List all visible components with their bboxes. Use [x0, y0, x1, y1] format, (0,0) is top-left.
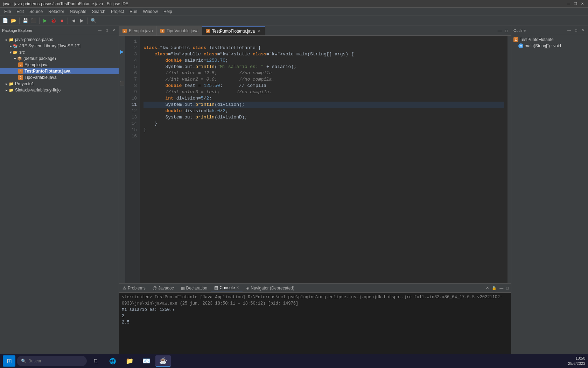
outline-item[interactable]: mmain(String[]) : void: [511, 43, 588, 49]
toolbar-new-button[interactable]: 📄: [1, 17, 9, 25]
tree-item[interactable]: ▾ 📦(default package): [0, 55, 119, 62]
tree-item-label: Sintaxis-variables-y-flujo: [15, 88, 61, 93]
editor-scrollbar[interactable]: [507, 36, 511, 283]
bottom-panel: ⚠Problems@Javadoc▦Declaration▤Console✕◈N…: [119, 283, 511, 360]
bottom-tab-declaration[interactable]: ▦Declaration: [177, 284, 211, 292]
margin-indicator: [119, 118, 125, 124]
taskbar-date: 25/6/2023: [568, 361, 585, 366]
line-number: 5: [128, 64, 137, 70]
bottom-tab-console[interactable]: ▤Console✕: [211, 284, 243, 292]
menu-item-file[interactable]: File: [1, 8, 14, 15]
menu-item-search[interactable]: Search: [89, 8, 108, 15]
package-explorer-maximize-button[interactable]: □: [104, 28, 110, 33]
line-number: 11: [128, 102, 137, 108]
package-explorer-header: Package Explorer — □ ✕: [0, 26, 119, 35]
tree-item[interactable]: ▸ 📁java-primeros-pasos: [0, 36, 119, 43]
line-number: 15: [128, 127, 137, 133]
close-button[interactable]: ✕: [580, 1, 585, 7]
margin-indicator: [119, 67, 125, 74]
package-explorer-panel: Package Explorer — □ ✕ ▸ 📁java-primeros-…: [0, 26, 119, 360]
taskbar-search-input[interactable]: [28, 359, 77, 363]
tab-java-icon: J: [122, 29, 127, 33]
margin-indicator: [119, 124, 125, 130]
start-button[interactable]: ⊞: [3, 355, 15, 367]
bottom-maximize-btn[interactable]: □: [505, 286, 510, 290]
outline-item-label: TestPuntoFlotante: [520, 37, 554, 42]
menu-item-edit[interactable]: Edit: [14, 8, 27, 15]
line-number: 6: [128, 70, 137, 76]
outline-title: Outline: [513, 28, 565, 33]
tree-item[interactable]: JTestPuntoFlotante.java: [0, 68, 119, 74]
maximize-button[interactable]: ❐: [573, 1, 578, 7]
main-layout: Package Explorer — □ ✕ ▸ 📁java-primeros-…: [0, 26, 588, 360]
tree-item[interactable]: ▸ 📁Proyecto1: [0, 81, 119, 87]
toolbar-save-all-button[interactable]: ⬛: [30, 17, 37, 25]
menu-item-refactor[interactable]: Refactor: [46, 8, 67, 15]
code-line: double salario=1250.70;: [144, 57, 504, 64]
tab-label: TipoVariable.java: [167, 28, 198, 33]
editor-maximize-btn[interactable]: □: [504, 28, 509, 33]
menu-item-help[interactable]: Help: [161, 8, 175, 15]
toolbar-search-button[interactable]: 🔍: [90, 17, 97, 25]
menu-item-navigate[interactable]: Navigate: [67, 8, 89, 15]
tree-item[interactable]: JEjemplo.java: [0, 62, 119, 68]
tree-icon: ▸ 📁: [6, 82, 14, 86]
menu-item-window[interactable]: Window: [140, 8, 161, 15]
toolbar-save-button[interactable]: 💾: [21, 17, 29, 25]
toolbar-debug-button[interactable]: 🐞: [50, 17, 57, 25]
package-explorer-close-button[interactable]: ✕: [111, 28, 117, 33]
editor-tabs: J Ejemplo.javaJ TipoVariable.javaJ TestP…: [119, 26, 511, 36]
toolbar-forward-button[interactable]: ▶: [78, 17, 86, 25]
taskbar-search[interactable]: 🔍: [17, 356, 87, 366]
tab-close-button[interactable]: ✕: [257, 28, 261, 34]
code-line: System.out.println("Mi salario es: " + s…: [144, 64, 504, 70]
bottom-tab-close-button[interactable]: ✕: [236, 286, 239, 289]
tree-icon: J: [18, 75, 23, 80]
menu-item-project[interactable]: Project: [108, 8, 127, 15]
editor-minimize-btn[interactable]: —: [497, 28, 503, 33]
minimize-button[interactable]: —: [566, 1, 571, 7]
outline-minimize-button[interactable]: —: [566, 28, 572, 33]
bottom-tab-problems[interactable]: ⚠Problems: [119, 284, 149, 292]
menu-item-run[interactable]: Run: [127, 8, 140, 15]
editor-tab-TipoVariable-java[interactable]: J TipoVariable.java: [157, 26, 202, 35]
bottom-panel-tabs: ⚠Problems@Javadoc▦Declaration▤Console✕◈N…: [119, 284, 511, 293]
toolbar-run-button[interactable]: ▶: [41, 17, 49, 25]
package-explorer-minimize-button[interactable]: —: [97, 28, 103, 33]
search-icon: 🔍: [21, 359, 26, 363]
tree-item[interactable]: JTipoVariable.java: [0, 74, 119, 81]
tree-item[interactable]: ▸ 📁Sintaxis-variables-y-flujo: [0, 87, 119, 93]
toolbar-back-button[interactable]: ◀: [70, 17, 77, 25]
code-line: [144, 39, 504, 45]
taskbar-explorer[interactable]: 📁: [122, 355, 137, 367]
menu-item-source[interactable]: Source: [27, 8, 46, 15]
taskbar-edge[interactable]: 🌐: [105, 355, 120, 367]
outline-close-button[interactable]: ✕: [580, 28, 586, 33]
toolbar-open-button[interactable]: 📂: [10, 17, 18, 25]
taskbar-eclipse[interactable]: ☕: [155, 355, 171, 367]
tree-icon: ▸ 📁: [6, 88, 14, 93]
tree-icon: ▾ 📦: [14, 56, 22, 61]
console-clear-button[interactable]: ✕: [485, 286, 490, 290]
bottom-tab-label: Declaration: [186, 286, 208, 291]
tree-item[interactable]: ▸ 📚JRE System Library [JavaSE-17]: [0, 43, 119, 49]
bottom-tab-navigator--deprecated-[interactable]: ◈Navigator (Deprecated): [243, 284, 298, 292]
taskbar-mail[interactable]: 📧: [139, 355, 154, 367]
editor-tab-TestPuntoFlotante-java[interactable]: J TestPuntoFlotante.java✕: [202, 26, 265, 35]
bottom-minimize-btn[interactable]: —: [498, 286, 504, 290]
editor-margin: ▶⬛: [119, 36, 125, 283]
tree-item-label: src: [19, 50, 25, 55]
taskbar-taskview[interactable]: ⧉: [88, 355, 104, 367]
editor-tab-Ejemplo-java[interactable]: J Ejemplo.java: [119, 26, 157, 35]
margin-indicator: [119, 111, 125, 118]
line-number: 3: [128, 51, 137, 57]
outline-panel: Outline — □ ✕ CTestPuntoFlotantemmain(St…: [511, 26, 588, 360]
tree-item[interactable]: ▾ 📂src: [0, 49, 119, 55]
toolbar-stop-button[interactable]: ■: [58, 17, 66, 25]
code-content[interactable]: class="kw">public class TestPuntoFlotant…: [140, 36, 507, 283]
outline-item[interactable]: CTestPuntoFlotante: [511, 36, 588, 43]
outline-maximize-button[interactable]: □: [573, 28, 579, 33]
bottom-tab-javadoc[interactable]: @Javadoc: [149, 284, 177, 292]
console-scroll-lock-button[interactable]: 🔒: [491, 286, 498, 290]
code-editor[interactable]: ▶⬛ 12345678910111213141516 class="kw">pu…: [119, 36, 511, 283]
